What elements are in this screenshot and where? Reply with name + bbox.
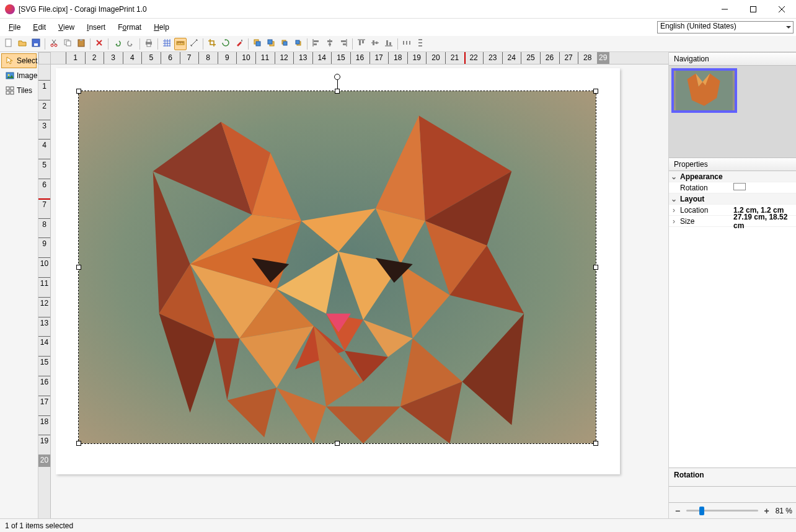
prop-label: Rotation [679, 184, 733, 192]
grid-button[interactable] [161, 38, 173, 50]
ruler-tick: 13 [38, 317, 50, 335]
rotation-slider-area[interactable] [669, 486, 796, 502]
save-icon [32, 38, 40, 49]
menu-file[interactable]: File [2, 19, 27, 36]
image-content [79, 91, 596, 443]
svg-rect-40 [409, 41, 410, 45]
brush-button[interactable] [233, 38, 245, 50]
horizontal-ruler[interactable]: 1234567891011121314151617181920212223242… [51, 52, 668, 64]
bring-front-button[interactable] [251, 38, 263, 50]
rotate-button[interactable] [219, 38, 232, 50]
align-right-button[interactable] [337, 38, 350, 50]
handle-n[interactable] [335, 89, 340, 94]
navigation-thumbnail[interactable] [671, 68, 737, 113]
zoom-out-button[interactable]: − [673, 506, 683, 516]
prop-row[interactable]: ›Size27.19 cm, 18.52 cm [669, 216, 796, 227]
prop-group-layout[interactable]: ⌄Layout [669, 193, 796, 205]
paste-button[interactable] [75, 38, 87, 50]
zoom-percent: 81 % [776, 507, 792, 515]
ruler-end-v: 20 [38, 454, 50, 467]
undo-button[interactable] [111, 38, 123, 50]
chevron-right-icon: › [669, 217, 679, 226]
align-left-button[interactable] [310, 38, 322, 50]
menu-edit[interactable]: Edit [27, 19, 52, 36]
ruler-tick: 7 [180, 52, 198, 64]
distribute-h-button[interactable] [400, 38, 413, 50]
ruler-tick: 11 [38, 277, 50, 296]
content-area: Select Image Tiles 123456789101112131415… [0, 52, 796, 518]
zoom-slider-thumb[interactable] [699, 507, 704, 515]
ruler-tick: 6 [38, 179, 50, 197]
crop-icon [208, 38, 216, 49]
language-selector[interactable]: English (United States) [657, 21, 794, 33]
ruler-tick: 15 [331, 52, 350, 64]
ruler-tick: 5 [141, 52, 160, 64]
handle-s[interactable] [335, 441, 340, 446]
print-button[interactable] [143, 38, 155, 50]
tool-image[interactable]: Image [1, 68, 37, 83]
prop-label: Location [679, 206, 733, 215]
align-bottom-button[interactable] [383, 38, 395, 50]
align-center-button[interactable] [324, 38, 336, 50]
handle-nw[interactable] [76, 89, 81, 94]
rotate-handle[interactable] [334, 74, 340, 80]
bring-front-icon [253, 38, 262, 49]
distribute-v-button[interactable] [414, 38, 427, 50]
close-button[interactable] [767, 0, 796, 19]
forward-button[interactable] [278, 38, 291, 50]
svg-rect-47 [11, 87, 14, 90]
align-middle-button[interactable] [369, 38, 381, 50]
ruler-tick: 9 [218, 52, 236, 64]
tool-select[interactable]: Select [1, 53, 37, 68]
window-title: [SVG File.cipx] - Coragi ImagePrint 1.0 [19, 5, 710, 14]
zoom-slider[interactable] [686, 510, 758, 512]
save-button[interactable] [30, 38, 42, 50]
prop-row[interactable]: Rotation [669, 182, 796, 193]
canvas-area: 1234567891011121314151617181920212223242… [38, 52, 668, 518]
open-button[interactable] [16, 38, 29, 50]
prop-value: 27.19 cm, 18.52 cm [733, 213, 796, 230]
crop-button[interactable] [206, 38, 218, 50]
zoom-in-button[interactable]: + [762, 506, 772, 516]
menu-insert[interactable]: Insert [81, 19, 112, 36]
align-top-button[interactable] [355, 38, 368, 50]
handle-sw[interactable] [76, 441, 81, 446]
svg-rect-4 [6, 39, 11, 47]
selected-image[interactable] [78, 91, 596, 444]
handle-w[interactable] [76, 265, 81, 270]
tool-tiles[interactable]: Tiles [1, 83, 37, 98]
ruler-tick: 7 [38, 198, 50, 217]
canvas-scroll[interactable] [51, 64, 668, 518]
menu-help[interactable]: Help [148, 19, 175, 36]
new-button[interactable] [2, 38, 15, 50]
redo-button[interactable] [125, 38, 137, 50]
minimize-button[interactable] [710, 0, 739, 19]
prop-group-appearance[interactable]: ⌄Appearance [669, 171, 796, 182]
svg-rect-30 [341, 40, 346, 42]
ruler-tick: 1 [38, 80, 50, 99]
backward-button[interactable] [292, 38, 304, 50]
rotate-icon [221, 38, 230, 49]
send-back-icon [267, 38, 275, 49]
cut-button[interactable] [48, 38, 60, 50]
copy-button[interactable] [61, 38, 74, 50]
vertical-ruler[interactable]: 1234567891011121314151617181920 [38, 64, 51, 518]
page[interactable] [56, 68, 620, 474]
svg-rect-42 [418, 42, 422, 43]
handle-e[interactable] [593, 265, 598, 270]
forward-icon [280, 38, 289, 49]
undo-icon [113, 38, 122, 49]
maximize-button[interactable] [739, 0, 767, 19]
measure-button[interactable] [188, 38, 200, 50]
measure-icon [190, 38, 198, 49]
menu-format[interactable]: Format [112, 19, 148, 36]
menu-view[interactable]: View [52, 19, 81, 36]
ruler-tick: 13 [293, 52, 312, 64]
navigation-area[interactable] [669, 66, 796, 157]
handle-ne[interactable] [593, 89, 598, 94]
svg-rect-23 [283, 42, 287, 45]
send-back-button[interactable] [265, 38, 277, 50]
ruler-button[interactable] [174, 38, 187, 50]
handle-se[interactable] [593, 441, 598, 446]
delete-button[interactable] [93, 38, 105, 50]
